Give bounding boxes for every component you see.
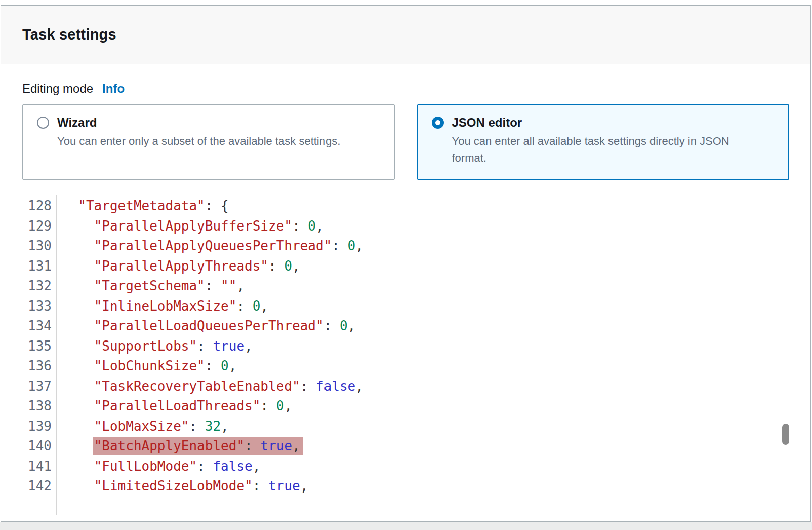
line-number: 136 xyxy=(1,356,56,376)
code-line[interactable]: 133 "InlineLobMaxSize": 0, xyxy=(1,296,810,317)
json-editor-tile-description: You can enter all available task setting… xyxy=(452,133,762,166)
line-number: 134 xyxy=(1,316,56,336)
tile-json-editor[interactable]: JSON editor You can enter all available … xyxy=(417,104,790,180)
code-line[interactable]: 132 "TargetSchema": "", xyxy=(1,276,810,296)
json-code-editor[interactable]: 128 "TargetMetadata": {129 "ParallelAppl… xyxy=(1,196,810,522)
line-number: 142 xyxy=(1,476,56,497)
line-number: 137 xyxy=(1,376,56,397)
editing-mode-section: Editing mode Info Wizard You can enter o… xyxy=(1,64,810,180)
panel-header: Task settings xyxy=(1,6,810,64)
code-line[interactable]: 128 "TargetMetadata": { xyxy=(1,196,810,216)
line-number: 129 xyxy=(1,216,56,237)
code-line[interactable]: 138 "ParallelLoadThreads": 0, xyxy=(1,396,810,417)
line-number: 133 xyxy=(1,296,56,317)
code-line[interactable]: 141 "FullLobMode": false, xyxy=(1,457,810,477)
code-line[interactable]: 137 "TaskRecoveryTableEnabled": false, xyxy=(1,376,810,397)
code-lines: 128 "TargetMetadata": {129 "ParallelAppl… xyxy=(1,196,810,497)
line-number: 128 xyxy=(1,196,56,216)
code-line[interactable]: 130 "ParallelApplyQueuesPerThread": 0, xyxy=(1,236,810,256)
json-editor-radio[interactable] xyxy=(432,117,444,129)
line-number: 140 xyxy=(1,436,56,457)
wizard-tile-title: Wizard xyxy=(57,115,340,130)
json-editor-tile-title: JSON editor xyxy=(452,115,762,130)
line-number: 130 xyxy=(1,236,56,256)
line-number: 132 xyxy=(1,276,56,296)
tile-wizard[interactable]: Wizard You can enter only a subset of th… xyxy=(22,104,395,180)
line-number: 135 xyxy=(1,336,56,357)
line-number: 141 xyxy=(1,457,56,477)
code-line[interactable]: 135 "SupportLobs": true, xyxy=(1,336,810,357)
editor-scrollbar-thumb[interactable] xyxy=(782,424,789,445)
line-number: 131 xyxy=(1,256,56,277)
line-number: 138 xyxy=(1,396,56,417)
page-bottom-strip xyxy=(0,522,812,530)
wizard-tile-text: Wizard You can enter only a subset of th… xyxy=(57,115,340,169)
info-link[interactable]: Info xyxy=(102,82,125,96)
code-line[interactable]: 136 "LobChunkSize": 0, xyxy=(1,356,810,376)
editing-mode-tiles: Wizard You can enter only a subset of th… xyxy=(22,104,789,180)
json-editor-tile-text: JSON editor You can enter all available … xyxy=(452,115,762,169)
code-line[interactable]: 131 "ParallelApplyThreads": 0, xyxy=(1,256,810,277)
editing-mode-label: Editing mode xyxy=(22,82,93,96)
page-title: Task settings xyxy=(22,26,116,43)
wizard-tile-description: You can enter only a subset of the avail… xyxy=(57,133,340,149)
editing-mode-row: Editing mode Info xyxy=(22,82,789,96)
task-settings-panel: Task settings Editing mode Info Wizard Y… xyxy=(1,5,811,522)
code-line[interactable]: 134 "ParallelLoadQueuesPerThread": 0, xyxy=(1,316,810,336)
code-line[interactable]: 129 "ParallelApplyBufferSize": 0, xyxy=(1,216,810,237)
wizard-radio[interactable] xyxy=(37,117,49,129)
line-number: 139 xyxy=(1,417,56,437)
gutter-divider xyxy=(56,195,57,515)
code-line[interactable]: 139 "LobMaxSize": 32, xyxy=(1,417,810,437)
code-line[interactable]: 142 "LimitedSizeLobMode": true, xyxy=(1,476,810,497)
code-line[interactable]: 140 "BatchApplyEnabled": true, xyxy=(1,436,810,457)
highlighted-code: "BatchApplyEnabled": true, xyxy=(93,437,303,455)
